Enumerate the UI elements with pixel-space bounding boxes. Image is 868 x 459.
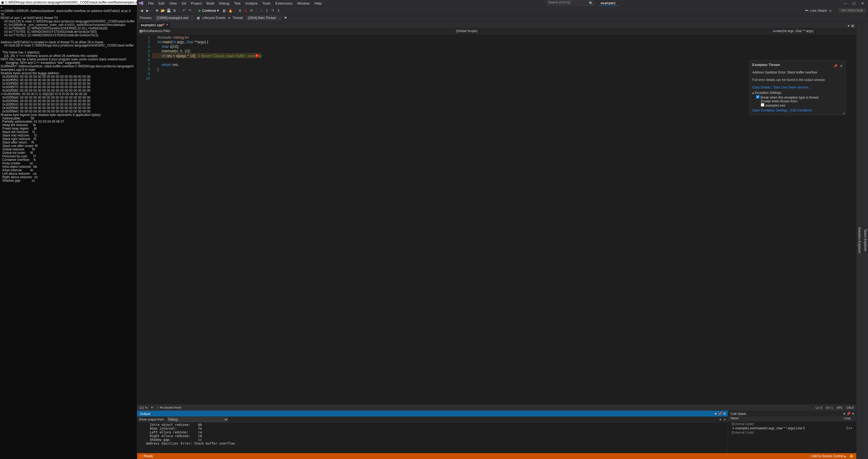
status-text: Ready (144, 454, 153, 458)
cs-dropdown-icon[interactable]: ▾ (843, 412, 845, 416)
menu-git[interactable]: Git (180, 1, 188, 6)
status-icon: ⬚ (140, 454, 143, 458)
pin-popup-icon[interactable]: 📌 (834, 64, 838, 68)
add-source-control[interactable]: ↑ Add to Source Control ▴ (809, 454, 846, 458)
search-icon[interactable]: 🔍 (589, 1, 593, 5)
code-editor[interactable]: 12345678910 #include <string.h>int main(… (137, 34, 856, 404)
hot-reload-icon[interactable]: 🔥 (228, 8, 233, 13)
nav-back-icon[interactable]: ◀ (139, 8, 144, 13)
project-scope[interactable]: ▦ Miscellaneous Files (137, 28, 454, 34)
continue-button[interactable]: ▶ Continue ▾ (197, 8, 221, 13)
show-next-statement-icon[interactable]: → (258, 8, 263, 13)
class-scope[interactable]: (Global Scope) (454, 28, 771, 34)
issues-indicator[interactable]: No issues found (157, 406, 181, 409)
solution-name[interactable]: example1 (598, 1, 618, 6)
open-icon[interactable]: 📂 (160, 8, 165, 13)
output-dropdown-icon[interactable]: ▾ (715, 412, 717, 416)
module-checkbox[interactable]: example1.exe (756, 103, 843, 107)
menu-window[interactable]: Window (296, 1, 311, 6)
solution-explorer-rail[interactable]: Solution Explorer (856, 21, 862, 459)
line-number-gutter[interactable]: 12345678910 (137, 34, 152, 404)
menu-edit[interactable]: Edit (157, 1, 166, 6)
menu-help[interactable]: Help (312, 1, 323, 6)
team-explorer-rail[interactable]: Team Explorer (862, 21, 868, 459)
search-placeholder: Search (Ctrl+Q) (548, 1, 570, 4)
line-indicator[interactable]: Ln: 5 (816, 406, 822, 409)
menu-view[interactable]: View (167, 1, 179, 6)
step-into-icon[interactable]: ↧ (265, 8, 269, 13)
copy-details-link[interactable]: Copy Details (752, 86, 770, 89)
menu-extensions[interactable]: Extensions (274, 1, 294, 6)
close-tab-icon[interactable]: ✕ (166, 23, 168, 27)
output-source-select[interactable]: Debug (167, 417, 228, 422)
process-select[interactable]: [23696] example1.exe (155, 15, 194, 20)
terminal-output[interactable]: = ==23696==ERROR: AddressSanitizer: stac… (0, 5, 137, 459)
indent-indicator[interactable]: SPC (837, 406, 843, 409)
pin-icon[interactable]: 📌 (161, 23, 165, 26)
stop-icon[interactable]: ■ (243, 8, 248, 13)
menu-analyze[interactable]: Analyze (243, 1, 259, 6)
start-liveshare-link[interactable]: Start Live Share session... (773, 86, 811, 89)
exception-settings-header[interactable]: ▴ Exception Settings (752, 91, 843, 95)
menu-test[interactable]: Test (232, 1, 243, 6)
feedback-icon[interactable]: ☺ (829, 8, 832, 12)
code-lines[interactable]: #include <string.h>int main(int argc, ch… (152, 34, 261, 404)
output-tab[interactable]: Output ▾📌✕ (137, 411, 727, 417)
save-all-icon[interactable]: 🗎 (172, 8, 177, 13)
solution-explorer-sync-icon[interactable]: ⊞ (851, 24, 854, 28)
zoom-level[interactable]: 111 % (139, 406, 148, 409)
new-item-icon[interactable]: ✚ (155, 8, 159, 13)
tab-dropdown-icon[interactable]: ▾ (848, 24, 849, 28)
menu-file[interactable]: File (146, 1, 156, 6)
call-stack-header: Name Lang (728, 417, 856, 421)
thread-select[interactable]: [2604] Main Thread (246, 15, 281, 20)
call-stack-row[interactable]: example1.exe!main(int argc, char * * arg… (729, 426, 855, 430)
menu-project[interactable]: Project (189, 1, 204, 6)
search-box[interactable]: Search (Ctrl+Q) 🔍 (546, 0, 594, 6)
output-pin-icon[interactable]: 📌 (718, 412, 722, 416)
pause-icon[interactable]: ⏸ (237, 8, 242, 13)
save-icon[interactable]: 💾 (166, 8, 171, 13)
open-exception-settings-link[interactable]: Open Exception Settings (752, 108, 787, 112)
cs-close-icon[interactable]: ✕ (852, 412, 855, 416)
eol-indicator[interactable]: CRLF (846, 406, 854, 409)
flag-icon[interactable]: ⚑ (284, 16, 287, 20)
char-indicator[interactable]: Ch: 1 (826, 406, 833, 409)
menu-build[interactable]: Build (205, 1, 216, 6)
document-tabs: example1.cpp 📌 ✕ ▾ ⊞ (137, 21, 856, 28)
undo-icon[interactable]: ↶ (182, 8, 186, 13)
breakpoint-icon[interactable]: ◧ (222, 8, 227, 13)
output-close-icon[interactable]: ✕ (723, 412, 726, 416)
nav-fwd-icon[interactable]: ▶ (145, 8, 150, 13)
resize-grip-icon[interactable]: ◢ (843, 111, 845, 114)
menu-tools[interactable]: Tools (261, 1, 272, 6)
terminal-title-bar[interactable]: ▣ C:\MSDN\cpp-docs-pr\docs\c-language\AS… (0, 0, 137, 5)
step-out-icon[interactable]: ↥ (276, 8, 281, 13)
menu-debug[interactable]: Debug (217, 1, 231, 6)
call-stack-row[interactable]: [External Code] (729, 430, 855, 435)
terminal-title: C:\MSDN\cpp-docs-pr\docs\c-language\ASAN… (5, 1, 137, 4)
notifications-icon[interactable]: 🔔 (849, 454, 854, 458)
cs-col-name[interactable]: Name (728, 417, 844, 421)
call-stack-body[interactable]: [External Code]example1.exe!main(int arg… (728, 421, 856, 453)
call-stack-row[interactable]: [External Code] (729, 422, 855, 426)
maximize-button[interactable]: ▢ (850, 1, 858, 6)
close-popup-icon[interactable]: ✕ (840, 64, 843, 68)
output-clear-icon[interactable]: ≡ (719, 418, 721, 421)
step-over-icon[interactable]: ↷ (270, 8, 275, 13)
function-scope[interactable]: ◈ main(int argc, char ** argv) (771, 28, 856, 34)
liveshare-button[interactable]: Live Share (810, 8, 827, 12)
edit-conditions-link[interactable]: Edit Conditions (790, 108, 812, 112)
call-stack-tab[interactable]: Call Stack ▾📌✕ (728, 411, 856, 417)
tab-example1-cpp[interactable]: example1.cpp 📌 ✕ (138, 22, 170, 28)
break-checkbox[interactable]: Break when this exception type is thrown (756, 96, 818, 99)
restart-icon[interactable]: ⟳ (249, 8, 254, 13)
cs-pin-icon[interactable]: 📌 (846, 412, 850, 416)
redo-icon[interactable]: ↷ (187, 8, 192, 13)
cs-col-lang[interactable]: Lang (844, 417, 856, 421)
output-wordwrap-icon[interactable]: ↲ (723, 418, 726, 421)
minimize-button[interactable]: — (841, 1, 849, 6)
close-button[interactable]: ✕ (858, 1, 866, 6)
output-text[interactable]: Intra object redzone: bb ASan internal: … (137, 422, 727, 453)
lifecycle-events[interactable]: Lifecycle Events (203, 16, 226, 20)
